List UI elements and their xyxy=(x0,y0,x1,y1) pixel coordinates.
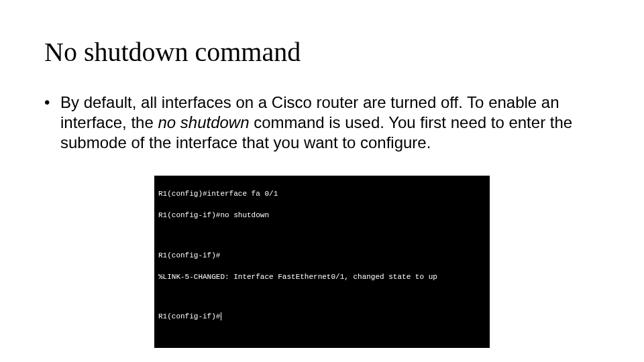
terminal-blank-line xyxy=(158,232,486,240)
terminal-prompt-line: R1(config-if)# xyxy=(158,312,486,322)
terminal-line: R1(config-if)# xyxy=(158,251,486,261)
terminal-line: R1(config-if)#no shutdown xyxy=(158,210,486,221)
terminal-screenshot: R1(config)#interface fa 0/1 R1(config-if… xyxy=(154,176,490,348)
cursor-icon xyxy=(221,312,221,320)
bullet-list: By default, all interfaces on a Cisco ro… xyxy=(44,93,600,153)
bullet-text-emphasis: no shutdown xyxy=(158,113,249,131)
terminal-blank-line xyxy=(158,293,486,301)
bullet-item: By default, all interfaces on a Cisco ro… xyxy=(44,93,600,153)
terminal-line: %LINK-5-CHANGED: Interface FastEthernet0… xyxy=(158,272,486,283)
slide-title: No shutdown command xyxy=(44,38,600,67)
slide: No shutdown command By default, all inte… xyxy=(0,0,644,362)
terminal-prompt: R1(config-if)# xyxy=(158,312,220,320)
terminal-line: R1(config)#interface fa 0/1 xyxy=(158,189,486,200)
